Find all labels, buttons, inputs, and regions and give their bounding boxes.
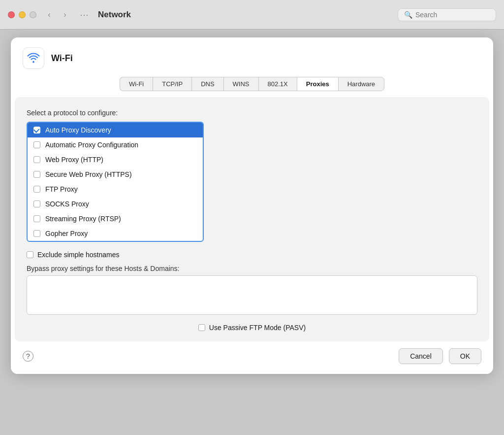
exclude-hostnames-label: Exclude simple hostnames <box>37 251 120 259</box>
protocol-section-label: Select a protocol to configure: <box>27 109 477 117</box>
protocol-item-auto-proxy-discovery[interactable]: Auto Proxy Discovery <box>28 123 203 137</box>
protocol-item-streaming-proxy-rtsp[interactable]: Streaming Proxy (RTSP) <box>28 211 203 226</box>
checkbox-streaming-proxy-rtsp <box>33 215 40 222</box>
tab-8021x[interactable]: 802.1X <box>258 77 297 91</box>
checkbox-ftp-proxy <box>33 186 40 193</box>
forward-button[interactable]: › <box>58 8 72 22</box>
protocol-item-socks-proxy[interactable]: SOCKS Proxy <box>28 197 203 211</box>
tabs-row: Wi-Fi TCP/IP DNS WINS 802.1X Proxies Har… <box>11 77 493 97</box>
exclude-hostnames-row: Exclude simple hostnames <box>27 251 477 259</box>
titlebar: ‹ › ⋯ Network 🔍 <box>0 0 504 30</box>
tab-wins[interactable]: WINS <box>223 77 258 91</box>
dialog-header: Wi-Fi <box>11 37 493 77</box>
protocol-item-gopher-proxy[interactable]: Gopher Proxy <box>28 226 203 241</box>
pasv-row: Use Passive FTP Mode (PASV) <box>27 324 477 332</box>
search-input[interactable] <box>415 11 490 19</box>
close-button[interactable] <box>8 11 15 18</box>
protocol-label-web-proxy-http: Web Proxy (HTTP) <box>45 156 103 164</box>
protocol-label-automatic-proxy-configuration: Automatic Proxy Configuration <box>45 141 138 149</box>
maximize-button[interactable] <box>30 11 36 18</box>
tab-dns[interactable]: DNS <box>191 77 223 91</box>
protocol-item-web-proxy-http[interactable]: Web Proxy (HTTP) <box>28 152 203 167</box>
protocol-list: Auto Proxy Discovery Automatic Proxy Con… <box>27 122 204 242</box>
bypass-textarea[interactable] <box>27 275 477 315</box>
protocol-label-gopher-proxy: Gopher Proxy <box>45 230 88 237</box>
footer-actions: Cancel OK <box>399 348 481 364</box>
search-icon: 🔍 <box>404 11 412 19</box>
tab-proxies[interactable]: Proxies <box>297 77 338 91</box>
back-button[interactable]: ‹ <box>42 8 56 22</box>
wifi-icon-container <box>23 47 44 69</box>
dialog: Wi-Fi Wi-Fi TCP/IP DNS WINS 802.1X Proxi… <box>11 37 493 374</box>
wifi-icon-svg <box>26 51 41 66</box>
search-box: 🔍 <box>398 8 496 21</box>
minimize-button[interactable] <box>19 11 26 18</box>
window-controls <box>8 11 36 18</box>
protocol-label-secure-web-proxy-https: Secure Web Proxy (HTTPS) <box>45 170 132 178</box>
tab-wifi[interactable]: Wi-Fi <box>120 77 153 91</box>
inner-panel: Select a protocol to configure: Auto Pro… <box>15 97 489 341</box>
bypass-label: Bypass proxy settings for these Hosts & … <box>27 265 477 272</box>
main-area: Wi-Fi Wi-Fi TCP/IP DNS WINS 802.1X Proxi… <box>0 30 504 435</box>
checkbox-auto-proxy-discovery <box>33 127 40 134</box>
pasv-checkbox[interactable] <box>198 324 205 331</box>
tab-tcpip[interactable]: TCP/IP <box>153 77 191 91</box>
wifi-label: Wi-Fi <box>51 53 73 64</box>
checkbox-automatic-proxy-configuration <box>33 141 40 148</box>
protocol-item-secure-web-proxy-https[interactable]: Secure Web Proxy (HTTPS) <box>28 167 203 182</box>
protocol-label-ftp-proxy: FTP Proxy <box>45 185 78 193</box>
checkbox-gopher-proxy <box>33 230 40 237</box>
svg-point-0 <box>32 61 34 63</box>
protocol-label-streaming-proxy-rtsp: Streaming Proxy (RTSP) <box>45 215 121 223</box>
protocol-item-ftp-proxy[interactable]: FTP Proxy <box>28 182 203 197</box>
checkbox-socks-proxy <box>33 201 40 207</box>
titlebar-title: Network <box>98 10 398 20</box>
help-button[interactable]: ? <box>23 351 33 362</box>
protocol-label-socks-proxy: SOCKS Proxy <box>45 200 89 208</box>
pasv-label: Use Passive FTP Mode (PASV) <box>209 324 306 332</box>
cancel-button[interactable]: Cancel <box>399 348 443 364</box>
nav-arrows: ‹ › <box>42 8 72 22</box>
grid-icon: ⋯ <box>80 9 88 20</box>
checkbox-secure-web-proxy-https <box>33 171 40 178</box>
checkbox-web-proxy-http <box>33 156 40 163</box>
ok-button[interactable]: OK <box>449 348 481 364</box>
protocol-item-automatic-proxy-configuration[interactable]: Automatic Proxy Configuration <box>28 137 203 152</box>
tab-hardware[interactable]: Hardware <box>338 77 384 91</box>
exclude-hostnames-checkbox[interactable] <box>27 251 33 258</box>
protocol-label-auto-proxy-discovery: Auto Proxy Discovery <box>45 126 111 134</box>
dialog-footer: ? Cancel OK <box>11 341 493 374</box>
